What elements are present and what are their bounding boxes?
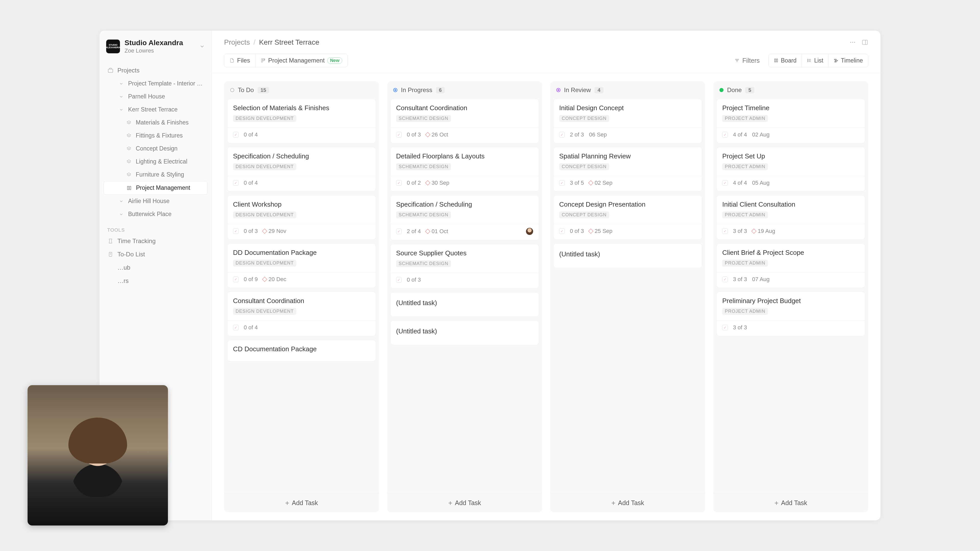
task-card[interactable]: DD Documentation PackageDESIGN DEVELOPME… — [227, 243, 376, 288]
task-card[interactable]: Client Brief & Project ScopePROJECT ADMI… — [716, 243, 865, 288]
layers-icon — [126, 133, 132, 138]
card-tag: DESIGN DEVELOPMENT — [233, 308, 296, 315]
checkbox-icon: ✓ — [233, 228, 239, 234]
checkbox-icon: ✓ — [396, 180, 402, 186]
view-list[interactable]: List — [802, 54, 829, 67]
task-card[interactable]: (Untitled task) — [390, 292, 539, 317]
card-date: 02 Aug — [752, 131, 770, 138]
sidebar-project-child[interactable]: Fittings & Fixtures — [103, 129, 207, 142]
webcam-overlay[interactable] — [27, 385, 168, 526]
card-tag: PROJECT ADMIN — [722, 211, 768, 218]
task-card[interactable]: Specification / SchedulingSCHEMATIC DESI… — [390, 195, 539, 240]
task-card[interactable]: Initial Client ConsultationPROJECT ADMIN… — [716, 195, 865, 240]
checkbox-icon: ✓ — [559, 180, 565, 186]
nav-projects[interactable]: Projects — [103, 64, 207, 77]
sidebar-tool[interactable]: To-Do List — [103, 248, 207, 261]
diamond-icon — [751, 229, 756, 233]
checkbox-icon: ✓ — [233, 132, 239, 138]
add-task-label: Add Task — [292, 499, 318, 507]
workspace-name: Studio Alexandra — [124, 39, 195, 47]
svg-point-11 — [850, 42, 851, 43]
view-timeline[interactable]: Timeline — [829, 54, 868, 67]
column-count: 5 — [745, 87, 754, 94]
card-title: Client Workshop — [233, 200, 370, 208]
sidebar-item-label: Furniture & Styling — [136, 171, 184, 178]
task-card[interactable]: Concept Design PresentationCONCEPT DESIG… — [553, 195, 702, 240]
tab-project-management[interactable]: Project Management New — [256, 54, 347, 67]
sidebar-project-child[interactable]: Concept Design — [103, 142, 207, 155]
kanban-icon — [261, 58, 266, 63]
task-card[interactable]: Client WorkshopDESIGN DEVELOPMENT✓0 of 3… — [227, 195, 376, 240]
checkbox-icon: ✓ — [722, 228, 728, 234]
chevron-down-icon — [118, 199, 124, 203]
assignee-avatar[interactable] — [526, 228, 533, 235]
card-progress: 3 of 3 — [733, 228, 747, 234]
more-icon[interactable] — [850, 39, 856, 46]
sidebar-item-label: Kerr Street Terrace — [128, 106, 178, 113]
sidebar-project[interactable]: Project Template - Interior … — [103, 77, 207, 90]
card-due: 01 Oct — [426, 228, 448, 235]
card-footer: ✓3 of 319 Aug — [722, 228, 859, 234]
task-card[interactable]: Spatial Planning ReviewCONCEPT DESIGN✓3 … — [553, 147, 702, 192]
sidebar-project[interactable]: Kerr Street Terrace — [103, 103, 207, 116]
task-card[interactable]: Detailed Floorplans & LayoutsSCHEMATIC D… — [390, 147, 539, 192]
sidebar-project-child[interactable]: Furniture & Styling — [103, 168, 207, 181]
svg-rect-17 — [263, 59, 264, 61]
card-progress: 2 of 3 — [570, 131, 584, 138]
task-card[interactable]: (Untitled task) — [390, 321, 539, 345]
sidebar-item-label: Lighting & Electrical — [136, 158, 187, 165]
diamond-icon — [425, 180, 430, 186]
task-card[interactable]: Source Supplier QuotesSCHEMATIC DESIGN✓0… — [390, 244, 539, 289]
sidebar-project[interactable]: Airlie Hill House — [103, 195, 207, 208]
sidebar-project-child[interactable]: Materials & Finishes — [103, 116, 207, 129]
task-card[interactable]: Project Set UpPROJECT ADMIN✓4 of 405 Aug — [716, 147, 865, 192]
svg-marker-4 — [127, 160, 131, 162]
sidebar-tool[interactable]: …rs — [103, 274, 207, 287]
breadcrumb-root[interactable]: Projects — [224, 38, 250, 46]
task-card[interactable]: Initial Design ConceptCONCEPT DESIGN✓2 o… — [553, 99, 702, 143]
sidebar-project-child[interactable]: Lighting & Electrical — [103, 155, 207, 168]
panel-icon[interactable] — [862, 39, 868, 46]
sidebar-tool[interactable]: Time Tracking — [103, 234, 207, 248]
add-task-button[interactable]: +Add Task — [387, 493, 542, 512]
chevron-down-icon — [199, 44, 205, 49]
tab-files[interactable]: Files — [224, 54, 256, 67]
task-card[interactable]: CD Documentation Package — [227, 340, 376, 362]
column-title: Done — [727, 86, 741, 94]
toolbar: Files Project Management New Filters — [212, 51, 880, 73]
card-title: Client Brief & Project Scope — [722, 249, 859, 257]
task-card[interactable]: Consultant CoordinationDESIGN DEVELOPMEN… — [227, 292, 376, 336]
view-board[interactable]: Board — [769, 54, 802, 67]
task-card[interactable]: Project TimelinePROJECT ADMIN✓4 of 402 A… — [716, 99, 865, 143]
column-cards: Project TimelinePROJECT ADMIN✓4 of 402 A… — [713, 99, 868, 493]
card-title: Initial Client Consultation — [722, 200, 859, 208]
task-card[interactable]: Preliminary Project BudgetPROJECT ADMIN✓… — [716, 292, 865, 336]
sidebar-project[interactable]: Parnell House — [103, 90, 207, 103]
task-card[interactable]: Specification / SchedulingDESIGN DEVELOP… — [227, 147, 376, 192]
add-task-button[interactable]: +Add Task — [224, 493, 379, 512]
checkbox-icon: ✓ — [722, 132, 728, 138]
tool-icon — [107, 251, 114, 257]
add-task-button[interactable]: +Add Task — [713, 493, 868, 512]
column-header: In Progress6 — [387, 81, 542, 99]
sidebar-project-child[interactable]: Project Management — [103, 181, 207, 195]
checkbox-icon: ✓ — [233, 180, 239, 186]
task-card[interactable]: (Untitled task) — [553, 243, 702, 268]
add-task-button[interactable]: +Add Task — [550, 493, 705, 512]
app-window: STUDIOALEXANDRA Studio Alexandra Zoe Low… — [100, 30, 880, 520]
filter-icon — [734, 58, 740, 63]
task-card[interactable]: Consultant CoordinationSCHEMATIC DESIGN✓… — [390, 99, 539, 143]
new-badge: New — [327, 57, 342, 64]
workspace-switcher[interactable]: STUDIOALEXANDRA Studio Alexandra Zoe Low… — [103, 37, 207, 60]
checkbox-icon: ✓ — [559, 132, 565, 138]
card-title: Source Supplier Quotes — [396, 249, 533, 257]
sidebar-project[interactable]: Butterwick Place — [103, 208, 207, 221]
sidebar-tool[interactable]: …ub — [103, 261, 207, 274]
card-footer: ✓3 of 502 Sep — [559, 179, 696, 186]
filters-button[interactable]: Filters — [730, 54, 764, 67]
card-footer: ✓0 of 4 — [233, 324, 370, 331]
card-progress: 0 of 3 — [570, 228, 584, 234]
breadcrumb: Projects / Kerr Street Terrace — [224, 38, 319, 46]
task-card[interactable]: Selection of Materials & FinishesDESIGN … — [227, 99, 376, 143]
content-tabs: Files Project Management New — [224, 54, 348, 67]
